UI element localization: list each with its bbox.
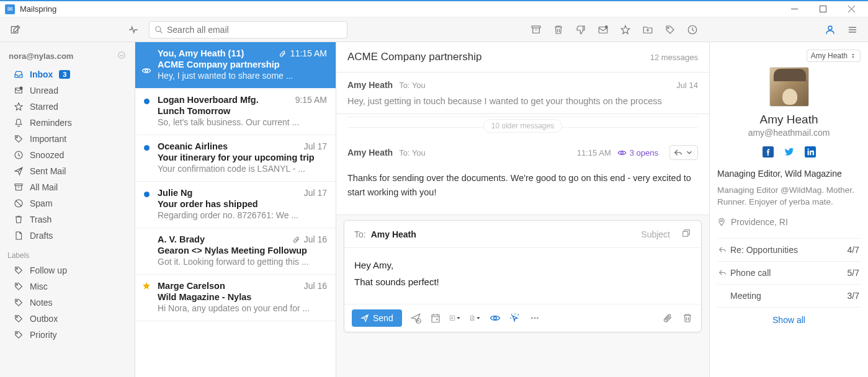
sidebar-item-trash[interactable]: Trash — [0, 211, 135, 228]
svg-point-15 — [16, 268, 17, 269]
compose-button[interactable] — [6, 20, 25, 39]
sidebar-label-follow-up[interactable]: Follow up — [0, 262, 135, 278]
search-input[interactable] — [167, 25, 342, 35]
folder-icon — [14, 231, 24, 241]
attach-icon[interactable] — [661, 312, 674, 324]
open-tracking[interactable]: 3 opens — [617, 148, 658, 157]
more-icon[interactable] — [529, 312, 541, 324]
profile-button[interactable] — [821, 20, 839, 39]
trash-button[interactable] — [549, 20, 568, 39]
recipient-chip[interactable]: Amy Heath — [371, 229, 416, 239]
labels-section-header: Labels — [0, 244, 135, 262]
maximize-button[interactable] — [808, 1, 837, 18]
snooze-button[interactable] — [683, 20, 702, 39]
linkedin-icon[interactable] — [805, 146, 816, 157]
sidebar-item-starred[interactable]: Starred — [0, 99, 135, 115]
message-item[interactable]: Oceanic AirlinesJul 17Your itinerary for… — [135, 135, 336, 182]
minimize-button[interactable] — [780, 1, 808, 18]
composer-to-row[interactable]: To: Amy Heath Subject — [344, 221, 701, 248]
star-icon[interactable] — [141, 281, 151, 293]
send-later-icon[interactable] — [409, 312, 422, 324]
message-preview: Hey, I just wanted to share some ... — [158, 71, 327, 81]
sidebar-item-label: Outbox — [30, 314, 58, 324]
composer: To: Amy Heath Subject Hey Amy, That soun… — [344, 220, 702, 332]
folder-icon — [14, 150, 24, 160]
sidebar-item-sent-mail[interactable]: Sent Mail — [0, 163, 135, 179]
reminder-icon[interactable] — [429, 312, 442, 324]
contact-dropdown[interactable]: Amy Heath — [807, 50, 861, 62]
message-list: You, Amy Heath (11)11:15 AMACME Company … — [135, 42, 336, 377]
send-button[interactable]: Send — [352, 309, 402, 327]
sidebar-item-drafts[interactable]: Drafts — [0, 228, 135, 244]
sidebar-item-label: Sent Mail — [30, 166, 66, 176]
message-from: Marge Carelson — [158, 281, 225, 291]
account-header[interactable]: nora@nylas.com — [0, 46, 135, 66]
sidebar-label-priority[interactable]: Priority — [0, 327, 135, 343]
sidebar-item-spam[interactable]: Spam — [0, 195, 135, 211]
menu-button[interactable] — [843, 20, 862, 39]
svg-rect-24 — [432, 315, 439, 322]
sidebar-item-reminders[interactable]: Reminders — [0, 115, 135, 131]
collapsed-message[interactable]: Amy Heath To: You Jul 14 Hey, just getti… — [336, 73, 709, 114]
search-box[interactable] — [149, 21, 347, 38]
folder-icon — [14, 102, 24, 112]
delete-draft-icon[interactable] — [681, 312, 694, 324]
reply-dropdown[interactable] — [669, 145, 698, 160]
facebook-icon[interactable] — [763, 146, 774, 157]
titlebar: Mailspring — [0, 0, 868, 17]
thumbs-down-button[interactable] — [571, 20, 590, 39]
message-preview: Got it. Looking forward to getting this … — [158, 257, 327, 267]
related-meta: 5/7 — [848, 268, 859, 278]
track-opens-icon[interactable] — [489, 312, 501, 324]
sidebar-item-unread[interactable]: Unread — [0, 82, 135, 99]
related-thread[interactable]: Meeting3/7 — [717, 285, 861, 308]
to-recipient: You — [412, 81, 426, 90]
body-line: That sounds perfect! — [354, 273, 691, 290]
thread-count: 12 messages — [650, 53, 698, 62]
subject-hint[interactable]: Subject — [641, 229, 670, 239]
send-icon — [360, 314, 369, 322]
sidebar-item-all-mail[interactable]: All Mail — [0, 179, 135, 195]
archive-button[interactable] — [527, 20, 545, 39]
related-thread[interactable]: Phone call5/7 — [717, 262, 861, 285]
mark-read-button[interactable] — [594, 20, 612, 39]
related-thread[interactable]: Re: Opportunities4/7 — [717, 239, 861, 262]
unread-dot — [144, 145, 150, 151]
search-icon — [154, 25, 163, 34]
sidebar-item-snoozed[interactable]: Snoozed — [0, 147, 135, 163]
message-item[interactable]: Logan Hoverboard Mfg.9:15 AMLunch Tomorr… — [135, 89, 336, 135]
template-icon[interactable] — [469, 312, 481, 324]
twitter-icon[interactable] — [784, 146, 795, 157]
star-button[interactable] — [616, 20, 635, 39]
close-button[interactable] — [837, 1, 866, 18]
sidebar-item-label: Reminders — [30, 118, 72, 128]
popout-icon[interactable] — [681, 228, 691, 240]
chevron-updown-icon — [850, 53, 856, 59]
message-preview: Your confirmation code is LSANYL - ... — [158, 164, 327, 174]
sidebar-label-notes[interactable]: Notes — [0, 295, 135, 311]
activity-icon[interactable] — [124, 20, 143, 39]
translate-icon[interactable] — [449, 312, 462, 324]
sidebar-inbox[interactable]: Inbox 3 — [0, 66, 135, 82]
toolbar — [0, 17, 868, 42]
message-from: You, Amy Heath (11) — [158, 48, 244, 58]
message-item[interactable]: A. V. BradyJul 16Gearon <> Nylas Meeting… — [135, 228, 336, 275]
older-messages-toggle[interactable]: 10 older messages — [336, 114, 709, 138]
expanded-message: Amy Heath To: You 11:15 AM 3 opens Thank… — [336, 138, 709, 215]
message-preview: Hi Nora, any updates on your end for ... — [158, 303, 327, 313]
sidebar-label-misc[interactable]: Misc — [0, 278, 135, 295]
label-button[interactable] — [661, 20, 679, 39]
message-from: Logan Hoverboard Mfg. — [158, 95, 259, 105]
message-item[interactable]: Marge CarelsonJul 16Wild Magazine - Nyla… — [135, 275, 336, 321]
to-recipient: You — [412, 148, 426, 157]
sidebar-item-important[interactable]: Important — [0, 131, 135, 147]
message-item[interactable]: You, Amy Heath (11)11:15 AMACME Company … — [135, 42, 336, 89]
folder-icon — [14, 86, 24, 95]
show-all-link[interactable]: Show all — [717, 308, 861, 332]
track-clicks-icon[interactable] — [509, 312, 521, 324]
sidebar-label-outbox[interactable]: Outbox — [0, 311, 135, 327]
svg-point-11 — [16, 136, 17, 138]
composer-body[interactable]: Hey Amy, That sounds perfect! — [344, 248, 701, 304]
move-folder-button[interactable] — [638, 20, 657, 39]
message-item[interactable]: Julie NgJul 17Your order has shippedRega… — [135, 182, 336, 228]
